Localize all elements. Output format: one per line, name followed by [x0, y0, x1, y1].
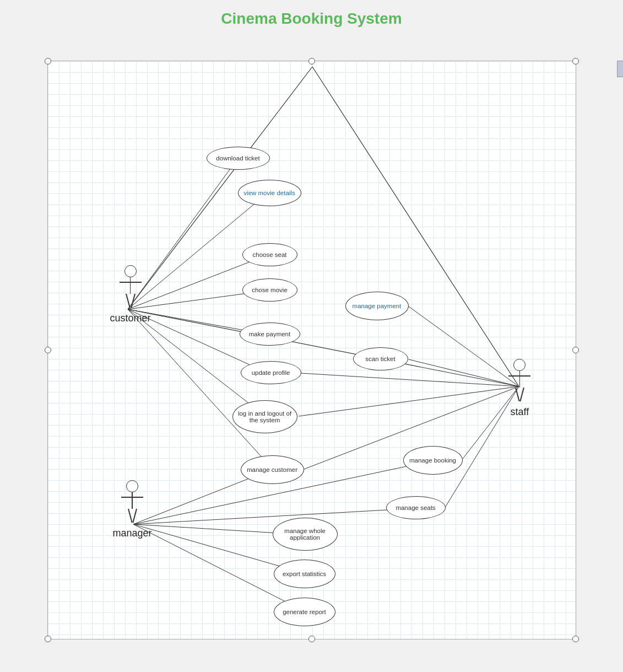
staff-body: [515, 371, 524, 402]
usecase-manage-booking[interactable]: manage booking: [403, 446, 463, 475]
staff-legs: [515, 388, 524, 402]
handle-bl[interactable]: [45, 636, 51, 642]
handle-bm[interactable]: [308, 636, 315, 642]
staff-arms: [508, 375, 530, 377]
svg-line-17: [445, 386, 519, 508]
diagram-container: 🖼 ⟳: [14, 61, 609, 639]
usecase-make-payment[interactable]: make payment: [240, 322, 300, 346]
manager-leg-right: [132, 509, 137, 523]
usecase-log-in-logout[interactable]: log in and logout of the system: [232, 400, 297, 433]
manager-leg-left: [128, 509, 132, 523]
svg-line-12: [409, 307, 519, 386]
customer-leg-right: [131, 294, 135, 308]
usecase-export-statistics[interactable]: export statistics: [274, 560, 335, 588]
usecase-manage-seats[interactable]: manage seats: [386, 496, 446, 519]
manager-arms: [121, 497, 143, 498]
staff-leg-left: [515, 388, 519, 402]
usecase-update-profile[interactable]: update profile: [241, 361, 301, 384]
svg-line-13: [301, 373, 519, 386]
actor-staff: staff: [511, 359, 529, 418]
manager-head: [126, 480, 138, 492]
svg-line-11: [409, 359, 519, 386]
manager-label: manager: [113, 528, 152, 539]
toolbar-panel: 🖼: [617, 61, 624, 77]
svg-line-1: [312, 67, 519, 386]
actor-customer: customer: [110, 265, 151, 324]
staff-label: staff: [511, 406, 529, 418]
handle-mr[interactable]: [572, 347, 579, 353]
manager-legs: [128, 509, 137, 523]
diagram-canvas: customer staff: [47, 61, 576, 639]
customer-label: customer: [110, 313, 151, 324]
handle-tr[interactable]: [572, 58, 579, 64]
staff-leg-right: [520, 388, 524, 402]
usecase-scan-ticket[interactable]: scan ticket: [353, 347, 408, 370]
customer-arms: [120, 282, 142, 283]
customer-head: [124, 265, 137, 277]
handle-ml[interactable]: [45, 347, 51, 353]
handle-tm[interactable]: [308, 58, 315, 64]
staff-head: [513, 359, 526, 371]
usecase-manage-whole-app[interactable]: manage whole application: [273, 518, 338, 551]
customer-legs: [126, 294, 135, 308]
usecase-download-ticket[interactable]: download ticket: [207, 147, 270, 170]
handle-br[interactable]: [572, 636, 579, 642]
svg-line-2: [128, 309, 519, 386]
actor-manager: manager: [113, 480, 152, 539]
svg-line-23: [133, 508, 416, 524]
customer-leg-left: [126, 294, 130, 308]
connection-lines: [48, 61, 576, 639]
usecase-manage-payment[interactable]: manage payment: [345, 292, 409, 320]
handle-tl[interactable]: [45, 58, 51, 64]
svg-line-9: [128, 309, 266, 416]
manager-body: [128, 492, 137, 523]
customer-torso: [130, 277, 131, 294]
staff-torso: [519, 371, 521, 388]
usecase-chose-movie[interactable]: chose movie: [242, 278, 297, 302]
usecase-view-movie-details[interactable]: view movie details: [238, 180, 301, 206]
usecase-generate-report[interactable]: generate report: [274, 598, 335, 626]
manager-torso: [132, 492, 133, 509]
usecase-choose-seat[interactable]: choose seat: [242, 243, 297, 266]
page-title: Cinema Booking System: [0, 0, 623, 33]
customer-body: [126, 277, 135, 308]
usecase-manage-customer[interactable]: manage customer: [241, 455, 304, 484]
svg-line-14: [299, 386, 519, 416]
